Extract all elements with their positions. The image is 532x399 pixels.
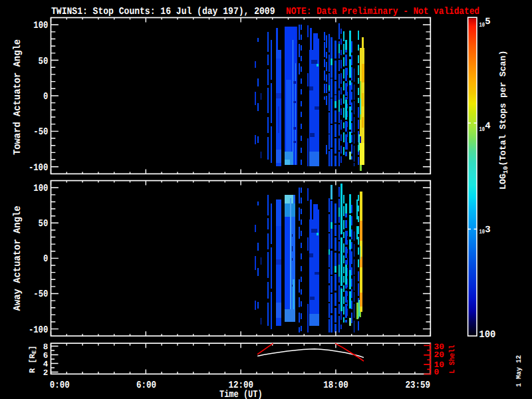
svg-text:NOTE: Data Preliminary - Not v: NOTE: Data Preliminary - Not validated [286, 6, 479, 17]
svg-text:L Shell: L Shell [448, 344, 457, 373]
svg-text:23:59: 23:59 [405, 380, 430, 391]
svg-text:50: 50 [39, 56, 49, 67]
svg-text:2: 2 [43, 368, 49, 378]
svg-text:10: 10 [479, 21, 485, 29]
svg-text:6: 6 [43, 351, 49, 360]
svg-text:100: 100 [33, 183, 48, 194]
svg-text:-100: -100 [29, 325, 48, 336]
svg-text:-50: -50 [33, 289, 48, 300]
svg-text:20: 20 [434, 350, 444, 360]
svg-text:Away Actuator Angle: Away Actuator Angle [12, 205, 23, 311]
svg-text:100: 100 [33, 20, 48, 31]
svg-text:100: 100 [479, 329, 495, 340]
svg-text:1 May 12: 1 May 12 [515, 355, 523, 387]
svg-text:5: 5 [485, 17, 490, 27]
svg-text:0: 0 [43, 91, 48, 102]
svg-text:-50: -50 [33, 126, 48, 138]
svg-text:8: 8 [43, 342, 49, 352]
svg-text:3: 3 [485, 225, 490, 235]
svg-text:0: 0 [43, 253, 48, 265]
svg-text:50: 50 [39, 218, 49, 229]
svg-text:18:00: 18:00 [323, 380, 348, 391]
svg-text:-100: -100 [29, 162, 48, 174]
svg-text:4: 4 [485, 121, 490, 132]
svg-text:10: 10 [479, 228, 485, 235]
svg-text:6:00: 6:00 [136, 380, 156, 391]
svg-text:R [RE]: R [RE] [29, 345, 39, 372]
svg-text:TWINS1: Stop Counts: 16 Jul (d: TWINS1: Stop Counts: 16 Jul (day 197), 2… [51, 6, 275, 17]
svg-text:30: 30 [434, 342, 444, 352]
svg-text:Time (UT): Time (UT) [219, 389, 263, 399]
svg-text:0:00: 0:00 [50, 380, 70, 391]
svg-text:4: 4 [43, 360, 49, 369]
svg-text:Toward Actuator Angle: Toward Actuator Angle [12, 39, 23, 155]
svg-text:10: 10 [434, 360, 444, 370]
svg-text:10: 10 [479, 126, 485, 133]
